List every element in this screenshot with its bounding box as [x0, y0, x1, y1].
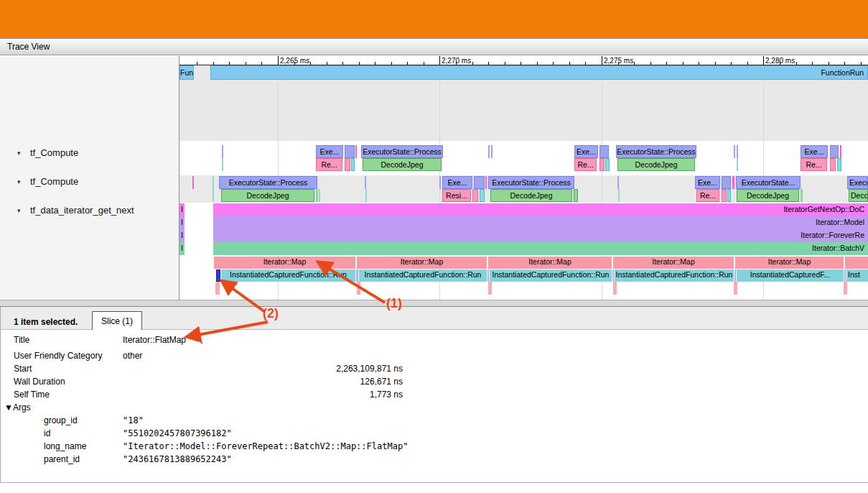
trace-event-block[interactable]: ExecutorState::Process	[488, 176, 574, 189]
trace-event-sliver[interactable]	[618, 189, 620, 202]
trace-event-block[interactable]: InstantiatedCapturedF...	[737, 269, 844, 282]
trace-event-block[interactable]: Iterator::ForeverRe	[213, 229, 868, 242]
trace-event-block[interactable]: Execut	[847, 176, 868, 189]
trace-event-sliver[interactable]	[439, 176, 441, 189]
args-section-header[interactable]: ▼Args	[4, 401, 31, 414]
trace-event-sliver[interactable]	[737, 145, 738, 158]
trace-event-sliver[interactable]	[216, 269, 220, 282]
trace-event-sliver[interactable]	[222, 145, 223, 158]
trace-event-block[interactable]: Re...	[574, 158, 597, 171]
trace-event-block[interactable]: DecodeJpeg	[737, 189, 799, 202]
trace-event-sliver[interactable]	[737, 158, 738, 171]
trace-event-sliver[interactable]	[613, 282, 617, 295]
trace-event-sliver[interactable]	[365, 176, 366, 189]
trace-event-block[interactable]: DecodeJpeg	[490, 189, 572, 202]
trace-event-block[interactable]	[345, 145, 355, 158]
trace-event-sliver[interactable]: I	[179, 242, 185, 255]
trace-event-block[interactable]	[830, 158, 836, 171]
magnifier-icon[interactable]	[193, 334, 203, 344]
panel-splitter[interactable]	[0, 300, 868, 307]
trace-event-block[interactable]: Iterator::Map	[488, 257, 612, 269]
trace-event-block[interactable]: Resi...	[442, 189, 471, 202]
trace-event-block[interactable]: InstantiatedCapturedFunction::Run	[490, 269, 612, 282]
trace-event-sliver[interactable]	[485, 176, 487, 189]
trace-event-sliver[interactable]	[319, 189, 320, 202]
timeline-canvas[interactable]: 2,265 ms2,270 ms2,275 ms2,280 ms FunFunc…	[179, 56, 868, 300]
trace-event-block[interactable]: DecodeJpeg	[363, 158, 442, 171]
trace-event-sliver[interactable]	[351, 158, 355, 171]
trace-event-block[interactable]: Fun	[179, 65, 194, 80]
trace-event-sliver[interactable]	[213, 176, 214, 189]
trace-event-block[interactable]	[599, 145, 609, 158]
trace-event-sliver[interactable]: I	[179, 216, 185, 229]
tab-slice[interactable]: Slice (1)	[92, 311, 142, 331]
trace-event-block[interactable]: Deco	[849, 189, 868, 202]
trace-event-block[interactable]: ExecutorState::Process	[361, 145, 443, 158]
trace-event-block[interactable]	[472, 189, 478, 202]
trace-event-block[interactable]	[845, 257, 868, 269]
trace-event-sliver[interactable]	[844, 282, 847, 295]
trace-event-sliver[interactable]	[840, 145, 841, 158]
trace-event-sliver[interactable]	[365, 189, 367, 202]
trace-event-sliver[interactable]	[213, 189, 214, 202]
sidebar-track-1[interactable]: ▾tf_Compute	[0, 175, 179, 188]
trace-event-sliver[interactable]	[722, 189, 727, 202]
trace-event-block[interactable]: InstantiatedCapturedFunction::Run	[359, 269, 487, 282]
trace-event-sliver[interactable]: I	[179, 203, 185, 216]
sidebar-track-2[interactable]: ▾tf_data_iterator_get_next	[0, 204, 179, 217]
trace-event-sliver[interactable]	[480, 189, 485, 202]
trace-event-block[interactable]: Iterator::Map	[357, 257, 487, 269]
trace-event-sliver[interactable]	[355, 145, 357, 158]
trace-event-block[interactable]: Iterator::BatchV	[213, 242, 868, 255]
trace-event-block[interactable]	[345, 158, 350, 171]
trace-event-block[interactable]: DecodeJpeg	[617, 158, 695, 171]
trace-event-block[interactable]: FunctionRun	[210, 65, 868, 80]
trace-event-block[interactable]	[722, 176, 731, 189]
trace-event-block[interactable]: ExecutorState...	[736, 176, 801, 189]
trace-event-block[interactable]: InstantiatedCapturedFunction::Run	[221, 269, 355, 282]
trace-event-sliver[interactable]	[734, 269, 736, 282]
trace-event-block[interactable]: Iterator::Map	[613, 257, 734, 269]
trace-event-block[interactable]: IteratorGetNextOp::DoC	[213, 203, 868, 216]
trace-event-sliver[interactable]	[734, 145, 735, 158]
trace-event-sliver[interactable]	[192, 176, 194, 189]
trace-event-sliver[interactable]	[215, 282, 220, 295]
trace-event-sliver[interactable]	[801, 189, 803, 202]
trace-event-sliver[interactable]	[612, 269, 614, 282]
trace-event-sliver[interactable]	[488, 145, 490, 158]
trace-event-sliver[interactable]: I	[179, 229, 185, 242]
trace-event-sliver[interactable]	[574, 189, 578, 202]
trace-event-block[interactable]	[474, 176, 485, 189]
trace-event-sliver[interactable]	[316, 189, 318, 202]
trace-event-sliver[interactable]	[605, 158, 610, 171]
trace-event-sliver[interactable]	[617, 176, 619, 189]
trace-event-block[interactable]: InstantiatedCapturedFunction::Run	[615, 269, 734, 282]
trace-event-block[interactable]: Re...	[801, 158, 827, 171]
trace-event-block[interactable]: Exe...	[801, 145, 828, 158]
trace-event-sliver[interactable]	[357, 282, 360, 295]
trace-event-block[interactable]: ExecutorState::Process	[616, 145, 696, 158]
trace-event-block[interactable]	[830, 145, 839, 158]
trace-event-block[interactable]: Re...	[316, 158, 342, 171]
trace-event-sliver[interactable]	[599, 158, 605, 171]
sidebar-track-0[interactable]: ▾tf_Compute	[0, 147, 179, 160]
trace-event-block[interactable]: Iterator::Model	[213, 216, 868, 229]
trace-event-sliver[interactable]	[491, 145, 493, 158]
trace-event-block[interactable]: Iterator::Map	[214, 257, 355, 269]
trace-event-block[interactable]: Exe...	[442, 176, 472, 189]
trace-event-sliver[interactable]	[222, 158, 223, 171]
trace-event-block[interactable]: Exe...	[316, 145, 343, 158]
trace-event-sliver[interactable]	[732, 176, 734, 189]
trace-event-sliver[interactable]	[837, 158, 841, 171]
trace-event-block[interactable]: ExecutorState::Process	[219, 176, 317, 189]
trace-event-sliver[interactable]	[727, 189, 731, 202]
trace-event-block[interactable]: Re...	[696, 189, 719, 202]
trace-event-block[interactable]: Inst	[846, 269, 868, 282]
trace-event-sliver[interactable]	[844, 269, 846, 282]
trace-event-block[interactable]: DecodeJpeg	[221, 189, 314, 202]
trace-event-block[interactable]: Iterator::Map	[735, 257, 844, 269]
trace-event-block[interactable]: Exe...	[574, 145, 598, 158]
trace-event-sliver[interactable]	[356, 269, 358, 282]
trace-event-block[interactable]: Exe...	[695, 176, 720, 189]
trace-event-sliver[interactable]	[487, 269, 489, 282]
